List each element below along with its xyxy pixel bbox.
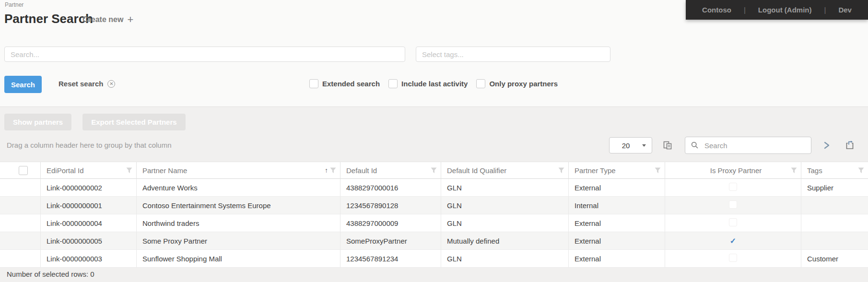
filter-funnel-icon[interactable] [330, 167, 336, 174]
topbar-separator: | [744, 6, 746, 14]
column-header-defaultidqualifier[interactable]: Default Id Qualifier [441, 162, 569, 179]
is-proxy-partner-cell [665, 179, 801, 197]
next-page-icon[interactable] [823, 141, 831, 150]
column-header-partnertype[interactable]: Partner Type [569, 162, 665, 179]
group-by-hint: Drag a column header here to group by th… [7, 136, 172, 155]
filter-funnel-icon[interactable] [655, 167, 661, 174]
selected-rows-status: Number of selected rows: 0 [7, 270, 94, 278]
proxy-checkbox [729, 183, 737, 191]
filter-option-only-proxy-partners[interactable]: Only proxy partners [476, 79, 558, 88]
table-row[interactable]: Link-0000000005Some Proxy PartnerSomePro… [0, 232, 868, 250]
cell-partnername: Adventure Works [137, 179, 340, 197]
table-row[interactable]: Link-0000000001Contoso Entertainment Sys… [0, 197, 868, 214]
cell-tags [801, 214, 868, 232]
cell-ediportalid: Link-0000000002 [41, 179, 137, 197]
page-size-value: 20 [610, 141, 642, 150]
table-header-row: EdiPortal IdPartner Name↑Default IdDefau… [0, 162, 868, 179]
cell-tags [801, 232, 868, 250]
filter-option-include-last-activity[interactable]: Include last activity [388, 79, 468, 88]
proxy-checkbox [729, 218, 737, 226]
cell-partnername: Contoso Entertainment Systems Europe [137, 197, 340, 214]
cell-defaultid: SomeProxyPartner [340, 232, 441, 250]
filter-option-extended-search[interactable]: Extended search [309, 79, 380, 88]
cell-tags [801, 197, 868, 214]
export-selected-partners-button[interactable]: Export Selected Partners [82, 114, 185, 130]
table-row[interactable]: Link-0000000003Sunflower Shopping Mall12… [0, 250, 868, 268]
sort-ascending-icon: ↑ [325, 166, 328, 174]
column-header-isproxypartner[interactable]: Is Proxy Partner [665, 162, 801, 179]
table-row[interactable]: Link-0000000004Northwind traders43882970… [0, 214, 868, 232]
table-row[interactable]: Link-0000000002Adventure Works4388297000… [0, 179, 868, 197]
filter-funnel-icon[interactable] [858, 167, 864, 174]
column-chooser-icon[interactable] [663, 141, 672, 150]
chevron-down-icon [642, 144, 646, 147]
cell-ediportalid: Link-0000000004 [41, 214, 137, 232]
header-icons [126, 162, 132, 178]
grid-search-input[interactable] [704, 141, 805, 150]
column-header-label: Default Id Qualifier [447, 166, 506, 175]
reset-search-label: Reset search [59, 80, 103, 88]
header-icons [858, 162, 864, 178]
cell-defaultidqualifier: GLN [441, 214, 569, 232]
cell-partnername: Some Proxy Partner [137, 232, 340, 250]
export-icon[interactable] [845, 141, 855, 150]
filter-option-label: Only proxy partners [489, 80, 558, 88]
cell-partnertype: Internal [569, 197, 665, 214]
cell-partnertype: External [569, 250, 665, 268]
reset-search-button[interactable]: Reset search ✕ [59, 80, 115, 88]
column-header-partnername[interactable]: Partner Name↑ [137, 162, 340, 179]
grid-toolbar: Drag a column header here to group by th… [0, 136, 868, 155]
filter-funnel-icon[interactable] [791, 167, 797, 174]
row-select-cell [0, 250, 41, 268]
topbar-item-contoso[interactable]: Contoso [702, 6, 731, 14]
table-body: Link-0000000002Adventure Works4388297000… [0, 179, 868, 268]
cell-partnertype: External [569, 179, 665, 197]
is-proxy-partner-cell [665, 250, 801, 268]
column-header-defaultid[interactable]: Default Id [340, 162, 441, 179]
cell-defaultidqualifier: GLN [441, 179, 569, 197]
breadcrumb: Partner [5, 1, 23, 8]
header-icons [558, 162, 564, 178]
search-button[interactable]: Search [4, 76, 42, 93]
filter-funnel-icon[interactable] [431, 167, 437, 174]
proxy-checkbox [729, 254, 737, 262]
filter-funnel-icon[interactable] [126, 167, 132, 174]
cell-ediportalid: Link-0000000001 [41, 197, 137, 214]
checkbox[interactable] [476, 79, 485, 88]
column-header-ediportalid[interactable]: EdiPortal Id [41, 162, 137, 179]
partners-table: EdiPortal IdPartner Name↑Default IdDefau… [0, 162, 868, 268]
column-header-label: Partner Name [142, 166, 187, 175]
cell-defaultidqualifier: GLN [441, 197, 569, 214]
cell-partnername: Sunflower Shopping Mall [137, 250, 340, 268]
grid-search-box [685, 137, 811, 154]
search-icon [691, 141, 699, 149]
checkbox[interactable] [388, 79, 398, 88]
cell-defaultid: 4388297000009 [340, 214, 441, 232]
cell-partnername: Northwind traders [137, 214, 340, 232]
partner-search-page: Partner Partner Search Create new + Sear… [0, 0, 868, 282]
checkbox[interactable] [309, 79, 318, 88]
column-header-select[interactable] [0, 162, 41, 179]
page-size-select[interactable]: 20 [609, 137, 652, 153]
topbar-item-logout-admin[interactable]: Logout (Admin) [758, 6, 812, 14]
create-new-button[interactable]: Create new + [82, 15, 133, 24]
filter-funnel-icon[interactable] [558, 167, 564, 174]
topbar: Contoso|Logout (Admin)|Dev [686, 0, 868, 20]
column-header-tags[interactable]: Tags [801, 162, 868, 179]
topbar-item-dev[interactable]: Dev [838, 6, 852, 14]
cell-partnertype: External [569, 214, 665, 232]
row-select-cell [0, 197, 41, 214]
cell-tags: Customer [801, 250, 868, 268]
checkmark-icon: ✓ [730, 237, 736, 245]
cell-ediportalid: Link-0000000003 [41, 250, 137, 268]
show-partners-button[interactable]: Show partners [4, 114, 71, 130]
page-title: Partner Search [4, 12, 93, 26]
cell-tags: Supplier [801, 179, 868, 197]
row-select-cell [0, 179, 41, 197]
row-select-cell [0, 232, 41, 250]
select-all-checkbox[interactable] [19, 166, 28, 175]
cell-ediportalid: Link-0000000005 [41, 232, 137, 250]
select-tags-input[interactable] [416, 47, 610, 62]
search-input[interactable] [4, 47, 405, 62]
cell-defaultid: 4388297000016 [340, 179, 441, 197]
